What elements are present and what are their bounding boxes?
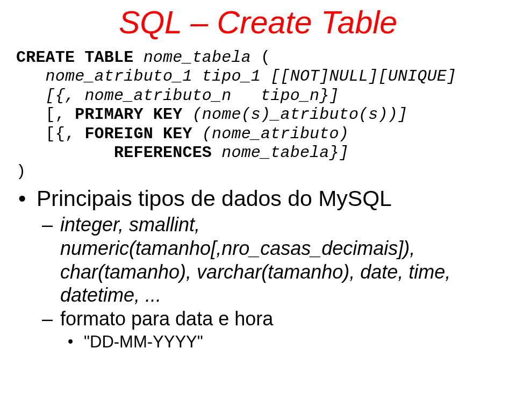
code-text: [,	[16, 105, 75, 124]
code-text	[16, 144, 114, 162]
code-ident: (nome_atributo)	[202, 125, 349, 143]
code-ident: (nome(s)_atributo(s))]	[192, 105, 407, 124]
code-text: [{,	[16, 125, 84, 143]
code-keyword: FOREIGN KEY	[84, 125, 202, 143]
bullet-sub: formato para data e hora "DD-MM-YYYY"	[37, 307, 500, 353]
code-ident: nome_tabela	[144, 48, 251, 67]
bullet-main-text: Principais tipos de dados do MySQL	[37, 186, 392, 211]
code-ident: nome_tabela}]	[221, 144, 349, 162]
code-text: (	[251, 48, 270, 67]
code-line: [{, nome_atributo_n tipo_n}]	[16, 87, 339, 105]
bullet-sub: integer, smallint, numeric(tamanho[,nro_…	[37, 213, 500, 308]
code-keyword: CREATE TABLE	[16, 48, 144, 67]
bullet-sub-text: integer, smallint, numeric(tamanho[,nro_…	[60, 213, 450, 307]
code-line: )	[16, 162, 26, 181]
code-block: CREATE TABLE nome_tabela ( nome_atributo…	[16, 48, 500, 182]
bullet-sub2-text: "DD-MM-YYYY"	[84, 332, 203, 351]
code-line: nome_atributo_1 tipo_1 [[NOT]NULL][UNIQU…	[16, 67, 456, 86]
bullet-sub2: "DD-MM-YYYY"	[60, 332, 500, 353]
code-keyword: REFERENCES	[114, 144, 221, 162]
bullet-main: Principais tipos de dados do MySQL integ…	[16, 185, 500, 353]
bullet-sub-text: formato para data e hora	[60, 308, 273, 330]
code-keyword: PRIMARY KEY	[75, 105, 192, 124]
page-title: SQL – Create Table	[16, 4, 500, 41]
